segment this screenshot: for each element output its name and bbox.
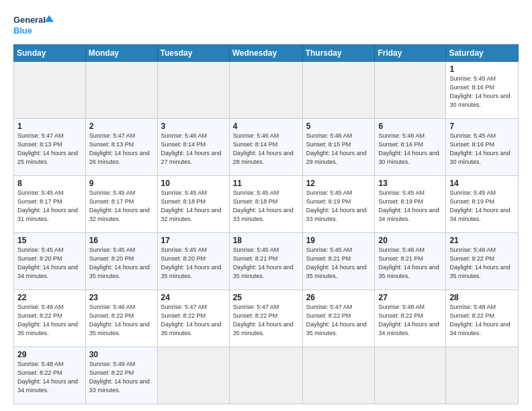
calendar-day-cell: [157, 62, 229, 119]
day-info: Sunrise: 5:45 AMSunset: 8:17 PMDaylight:…: [17, 189, 78, 222]
calendar-day-cell: [302, 62, 375, 119]
day-number: 1: [17, 122, 82, 131]
calendar-day-cell: 6 Sunrise: 5:46 AMSunset: 8:16 PMDayligh…: [375, 119, 446, 176]
day-info: Sunrise: 5:45 AMSunset: 8:21 PMDaylight:…: [233, 246, 294, 279]
calendar-day-cell: 17 Sunrise: 5:45 AMSunset: 8:20 PMDaylig…: [157, 233, 229, 290]
day-number: 14: [449, 179, 515, 188]
svg-text:General: General: [13, 15, 46, 25]
calendar-day-cell: [157, 347, 229, 404]
page-header: General Blue: [13, 12, 519, 38]
day-number: 8: [17, 179, 82, 188]
calendar-day-cell: 3 Sunrise: 5:46 AMSunset: 8:14 PMDayligh…: [157, 119, 229, 176]
calendar-day-cell: 16 Sunrise: 5:45 AMSunset: 8:20 PMDaylig…: [85, 233, 157, 290]
calendar-day-cell: 9 Sunrise: 5:45 AMSunset: 8:17 PMDayligh…: [85, 176, 157, 233]
calendar-day-cell: 14 Sunrise: 5:45 AMSunset: 8:19 PMDaylig…: [446, 176, 519, 233]
day-info: Sunrise: 5:45 AMSunset: 8:20 PMDaylight:…: [89, 246, 150, 279]
day-info: Sunrise: 5:47 AMSunset: 8:22 PMDaylight:…: [161, 304, 222, 336]
calendar-day-header: Saturday: [446, 45, 519, 62]
day-number: 20: [378, 236, 442, 245]
day-number: 3: [161, 122, 226, 131]
calendar-day-cell: 15 Sunrise: 5:45 AMSunset: 8:20 PMDaylig…: [14, 233, 86, 290]
calendar-day-header: Monday: [85, 45, 157, 62]
day-info: Sunrise: 5:46 AMSunset: 8:22 PMDaylight:…: [449, 246, 510, 279]
calendar-day-cell: 29 Sunrise: 5:48 AMSunset: 8:22 PMDaylig…: [14, 347, 86, 404]
day-number: 17: [161, 236, 226, 245]
day-number: 22: [17, 293, 82, 302]
day-info: Sunrise: 5:46 AMSunset: 8:14 PMDaylight:…: [233, 132, 294, 165]
day-number: 1: [449, 64, 515, 74]
day-info: Sunrise: 5:48 AMSunset: 8:22 PMDaylight:…: [378, 304, 439, 336]
calendar-week-row: 15 Sunrise: 5:45 AMSunset: 8:20 PMDaylig…: [14, 233, 519, 290]
day-info: Sunrise: 5:46 AMSunset: 8:14 PMDaylight:…: [161, 132, 222, 165]
calendar-day-cell: 1 Sunrise: 5:45 AMSunset: 8:16 PMDayligh…: [446, 62, 519, 119]
day-number: 21: [449, 236, 515, 245]
day-info: Sunrise: 5:45 AMSunset: 8:19 PMDaylight:…: [449, 189, 510, 222]
calendar-day-cell: 1 Sunrise: 5:47 AMSunset: 8:13 PMDayligh…: [14, 119, 86, 176]
day-info: Sunrise: 5:47 AMSunset: 8:22 PMDaylight:…: [233, 304, 294, 336]
day-number: 6: [378, 122, 442, 131]
calendar-day-cell: 4 Sunrise: 5:46 AMSunset: 8:14 PMDayligh…: [229, 119, 302, 176]
calendar-day-header: Friday: [375, 45, 446, 62]
day-number: 13: [378, 179, 442, 188]
day-info: Sunrise: 5:46 AMSunset: 8:15 PMDaylight:…: [306, 132, 367, 165]
day-number: 28: [449, 293, 515, 302]
calendar-day-cell: 8 Sunrise: 5:45 AMSunset: 8:17 PMDayligh…: [14, 176, 86, 233]
day-number: 12: [306, 179, 371, 188]
calendar-day-cell: 5 Sunrise: 5:46 AMSunset: 8:15 PMDayligh…: [302, 119, 375, 176]
day-number: 7: [449, 122, 515, 131]
day-info: Sunrise: 5:45 AMSunset: 8:20 PMDaylight:…: [161, 246, 222, 279]
day-number: 24: [161, 293, 226, 302]
calendar-day-cell: 21 Sunrise: 5:46 AMSunset: 8:22 PMDaylig…: [446, 233, 519, 290]
calendar-header-row: SundayMondayTuesdayWednesdayThursdayFrid…: [14, 45, 519, 62]
day-number: 2: [89, 122, 154, 131]
calendar-day-cell: 27 Sunrise: 5:48 AMSunset: 8:22 PMDaylig…: [375, 290, 446, 347]
calendar-day-cell: [375, 347, 446, 404]
day-info: Sunrise: 5:47 AMSunset: 8:13 PMDaylight:…: [17, 132, 78, 165]
day-info: Sunrise: 5:45 AMSunset: 8:18 PMDaylight:…: [161, 189, 222, 222]
calendar-table: SundayMondayTuesdayWednesdayThursdayFrid…: [13, 44, 519, 404]
calendar-day-cell: 26 Sunrise: 5:47 AMSunset: 8:22 PMDaylig…: [302, 290, 375, 347]
day-number: 9: [89, 179, 154, 188]
calendar-day-header: Tuesday: [157, 45, 229, 62]
logo: General Blue: [13, 12, 54, 38]
calendar-day-cell: [302, 347, 375, 404]
day-info: Sunrise: 5:48 AMSunset: 8:22 PMDaylight:…: [17, 361, 78, 394]
calendar-day-header: Sunday: [14, 45, 86, 62]
day-number: 18: [233, 236, 299, 245]
calendar-day-cell: 12 Sunrise: 5:45 AMSunset: 8:19 PMDaylig…: [302, 176, 375, 233]
day-info: Sunrise: 5:46 AMSunset: 8:22 PMDaylight:…: [89, 304, 150, 336]
calendar-week-row: 1 Sunrise: 5:45 AMSunset: 8:16 PMDayligh…: [14, 62, 519, 119]
calendar-day-cell: [85, 62, 157, 119]
day-number: 29: [17, 350, 82, 359]
day-info: Sunrise: 5:47 AMSunset: 8:13 PMDaylight:…: [89, 132, 150, 165]
day-number: 30: [89, 350, 154, 359]
day-number: 11: [233, 179, 299, 188]
day-number: 19: [306, 236, 371, 245]
day-number: 10: [161, 179, 226, 188]
calendar-day-cell: 10 Sunrise: 5:45 AMSunset: 8:18 PMDaylig…: [157, 176, 229, 233]
day-info: Sunrise: 5:45 AMSunset: 8:19 PMDaylight:…: [378, 189, 439, 222]
day-info: Sunrise: 5:45 AMSunset: 8:20 PMDaylight:…: [17, 246, 78, 279]
calendar-day-cell: 13 Sunrise: 5:45 AMSunset: 8:19 PMDaylig…: [375, 176, 446, 233]
svg-text:Blue: Blue: [13, 26, 32, 36]
calendar-day-cell: 20 Sunrise: 5:46 AMSunset: 8:21 PMDaylig…: [375, 233, 446, 290]
calendar-week-row: 29 Sunrise: 5:48 AMSunset: 8:22 PMDaylig…: [14, 347, 519, 404]
day-info: Sunrise: 5:45 AMSunset: 8:17 PMDaylight:…: [89, 189, 150, 222]
day-info: Sunrise: 5:47 AMSunset: 8:22 PMDaylight:…: [306, 304, 367, 336]
day-info: Sunrise: 5:48 AMSunset: 8:22 PMDaylight:…: [449, 304, 510, 336]
calendar-week-row: 22 Sunrise: 5:46 AMSunset: 8:22 PMDaylig…: [14, 290, 519, 347]
day-number: 5: [306, 122, 371, 131]
calendar-day-header: Wednesday: [229, 45, 302, 62]
calendar-day-cell: [229, 347, 302, 404]
calendar-day-header: Thursday: [302, 45, 375, 62]
day-number: 15: [17, 236, 82, 245]
day-info: Sunrise: 5:49 AMSunset: 8:22 PMDaylight:…: [89, 361, 150, 394]
day-number: 25: [233, 293, 299, 302]
calendar-day-cell: 19 Sunrise: 5:45 AMSunset: 8:21 PMDaylig…: [302, 233, 375, 290]
calendar-day-cell: [375, 62, 446, 119]
day-info: Sunrise: 5:46 AMSunset: 8:16 PMDaylight:…: [378, 132, 439, 165]
calendar-day-cell: 11 Sunrise: 5:45 AMSunset: 8:18 PMDaylig…: [229, 176, 302, 233]
day-number: 4: [233, 122, 299, 131]
calendar-day-cell: [446, 347, 519, 404]
day-info: Sunrise: 5:45 AMSunset: 8:16 PMDaylight:…: [449, 75, 510, 108]
